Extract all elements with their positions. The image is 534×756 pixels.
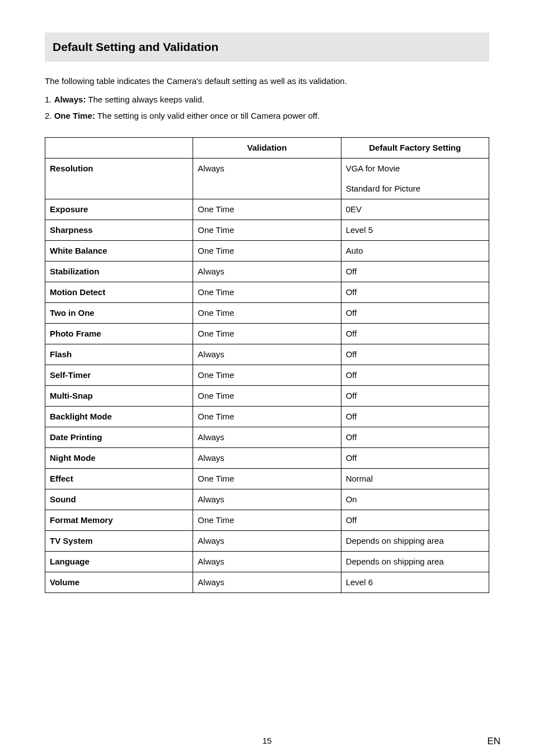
cell-name: Stabilization bbox=[45, 262, 193, 282]
cell-validation: One Time bbox=[193, 303, 341, 324]
bullet-num: 2. bbox=[45, 111, 54, 120]
table-row: FlashAlwaysOff bbox=[45, 344, 489, 365]
cell-validation: Always bbox=[193, 344, 341, 365]
cell-name: Volume bbox=[45, 572, 193, 593]
cell-validation: Always bbox=[193, 158, 341, 179]
cell-default: On bbox=[341, 489, 489, 510]
cell-validation: Always bbox=[193, 448, 341, 469]
table-row: Self-TimerOne TimeOff bbox=[45, 365, 489, 386]
cell-name: Backlight Mode bbox=[45, 407, 193, 427]
table-row: StabilizationAlwaysOff bbox=[45, 262, 489, 282]
table-row: ExposureOne Time0EV bbox=[45, 199, 489, 220]
cell-default: Off bbox=[341, 344, 489, 365]
cell-name: Flash bbox=[45, 344, 193, 365]
cell-name: Resolution bbox=[45, 158, 193, 179]
cell-name: Date Printing bbox=[45, 427, 193, 448]
cell-name: Night Mode bbox=[45, 448, 193, 469]
table-row: Backlight ModeOne TimeOff bbox=[45, 407, 489, 427]
cell-validation: One Time bbox=[193, 220, 341, 241]
cell-default: Depends on shipping area bbox=[341, 531, 489, 552]
cell-default: Normal bbox=[341, 469, 489, 489]
cell-validation: One Time bbox=[193, 365, 341, 386]
table-row: Motion DetectOne TimeOff bbox=[45, 282, 489, 303]
cell-name: Motion Detect bbox=[45, 282, 193, 303]
cell-default: Off bbox=[341, 448, 489, 469]
cell-validation: One Time bbox=[193, 282, 341, 303]
bullet-bold: Always: bbox=[54, 95, 86, 104]
cell-validation: Always bbox=[193, 572, 341, 593]
table-row: EffectOne TimeNormal bbox=[45, 469, 489, 489]
cell-default: Off bbox=[341, 365, 489, 386]
cell-name-empty bbox=[45, 179, 193, 199]
table-row: Two in OneOne TimeOff bbox=[45, 303, 489, 324]
cell-validation: Always bbox=[193, 489, 341, 510]
cell-name: Two in One bbox=[45, 303, 193, 324]
cell-validation: Always bbox=[193, 262, 341, 282]
table-row: SharpnessOne TimeLevel 5 bbox=[45, 220, 489, 241]
cell-name: TV System bbox=[45, 531, 193, 552]
table-row: Standard for Picture bbox=[45, 179, 489, 199]
cell-validation: One Time bbox=[193, 241, 341, 262]
page-number: 15 bbox=[0, 736, 534, 745]
cell-default: Off bbox=[341, 386, 489, 407]
cell-validation-empty bbox=[193, 179, 341, 199]
cell-default: Off bbox=[341, 282, 489, 303]
table-row: VolumeAlwaysLevel 6 bbox=[45, 572, 489, 593]
heading-text: Default Setting and Validation bbox=[53, 40, 481, 54]
table-row: SoundAlwaysOn bbox=[45, 489, 489, 510]
table-row: Photo FrameOne TimeOff bbox=[45, 324, 489, 344]
cell-default: VGA for Movie bbox=[341, 158, 489, 179]
cell-validation: One Time bbox=[193, 324, 341, 344]
cell-validation: One Time bbox=[193, 510, 341, 531]
table-row: LanguageAlwaysDepends on shipping area bbox=[45, 552, 489, 572]
cell-name: Photo Frame bbox=[45, 324, 193, 344]
settings-table: Validation Default Factory Setting Resol… bbox=[45, 137, 489, 593]
cell-validation: Always bbox=[193, 427, 341, 448]
bullet-num: 1. bbox=[45, 95, 54, 104]
cell-default: Off bbox=[341, 324, 489, 344]
cell-validation: One Time bbox=[193, 386, 341, 407]
bullet-rest: The setting is only valid either once or… bbox=[95, 111, 320, 120]
intro-text: The following table indicates the Camera… bbox=[45, 75, 489, 87]
cell-validation: One Time bbox=[193, 407, 341, 427]
bullet-2: 2. One Time: The setting is only valid e… bbox=[45, 110, 489, 122]
cell-name: Language bbox=[45, 552, 193, 572]
cell-name: Multi-Snap bbox=[45, 386, 193, 407]
cell-default: Off bbox=[341, 407, 489, 427]
cell-validation: One Time bbox=[193, 469, 341, 489]
table-row: Night ModeAlwaysOff bbox=[45, 448, 489, 469]
cell-name: Format Memory bbox=[45, 510, 193, 531]
table-row: White BalanceOne TimeAuto bbox=[45, 241, 489, 262]
table-row: Date PrintingAlwaysOff bbox=[45, 427, 489, 448]
table-row: Multi-SnapOne TimeOff bbox=[45, 386, 489, 407]
language-code: EN bbox=[487, 736, 500, 747]
cell-default: Off bbox=[341, 427, 489, 448]
cell-validation: Always bbox=[193, 531, 341, 552]
table-row: Resolution Always VGA for Movie bbox=[45, 158, 489, 179]
cell-validation: One Time bbox=[193, 199, 341, 220]
cell-name: Self-Timer bbox=[45, 365, 193, 386]
section-heading: Default Setting and Validation bbox=[45, 32, 489, 62]
cell-default: Off bbox=[341, 303, 489, 324]
cell-validation: Always bbox=[193, 552, 341, 572]
table-row: Format MemoryOne TimeOff bbox=[45, 510, 489, 531]
cell-default: Level 6 bbox=[341, 572, 489, 593]
cell-default: Level 5 bbox=[341, 220, 489, 241]
cell-name: Exposure bbox=[45, 199, 193, 220]
table-header-row: Validation Default Factory Setting bbox=[45, 138, 489, 158]
cell-default: Depends on shipping area bbox=[341, 552, 489, 572]
table-header-empty bbox=[45, 138, 193, 158]
bullet-bold: One Time: bbox=[54, 111, 95, 120]
cell-name: Sound bbox=[45, 489, 193, 510]
cell-default: 0EV bbox=[341, 199, 489, 220]
cell-default: Off bbox=[341, 262, 489, 282]
bullet-1: 1. Always: The setting always keeps vali… bbox=[45, 94, 489, 105]
bullet-rest: The setting always keeps valid. bbox=[86, 95, 204, 104]
table-header-default: Default Factory Setting bbox=[341, 138, 489, 158]
table-header-validation: Validation bbox=[193, 138, 341, 158]
cell-default2: Standard for Picture bbox=[341, 179, 489, 199]
cell-name: White Balance bbox=[45, 241, 193, 262]
cell-default: Off bbox=[341, 510, 489, 531]
cell-name: Sharpness bbox=[45, 220, 193, 241]
cell-default: Auto bbox=[341, 241, 489, 262]
